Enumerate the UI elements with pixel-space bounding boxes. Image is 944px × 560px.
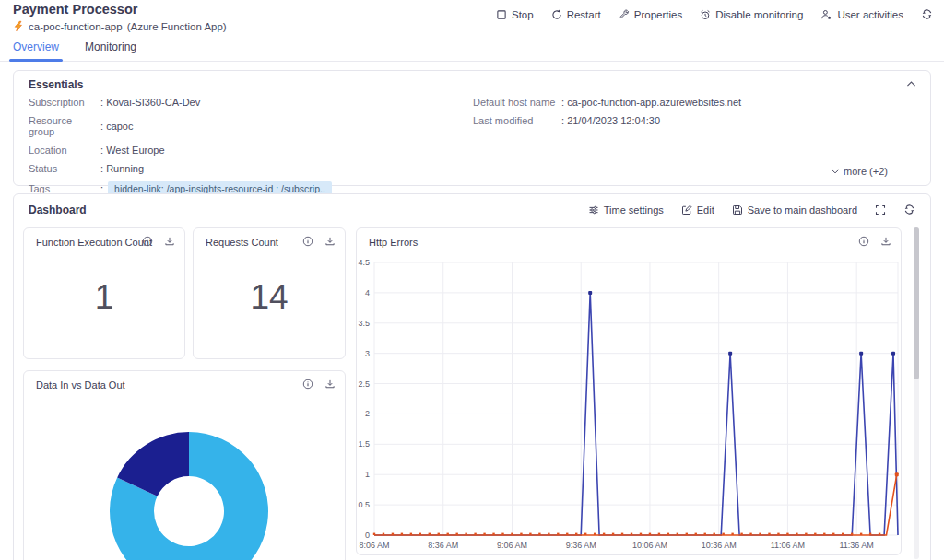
alarm-icon — [700, 9, 711, 20]
fullscreen-icon[interactable] — [875, 204, 886, 216]
field-value: : Running — [100, 163, 144, 174]
field-label: Default host name — [473, 97, 561, 108]
info-icon[interactable] — [302, 236, 313, 247]
data-in-vs-data-out-card: Data In vs Data Out — [23, 370, 346, 560]
svg-text:4: 4 — [365, 288, 370, 298]
sync-icon[interactable] — [903, 204, 915, 216]
edit-button[interactable]: Edit — [681, 204, 714, 216]
time-settings-button[interactable]: Time settings — [588, 204, 664, 216]
properties-label: Properties — [634, 9, 682, 20]
svg-text:1: 1 — [365, 470, 370, 479]
http-errors-chart: 00.511.522.533.544.58:06 AM8:36 AM9:06 A… — [357, 228, 902, 555]
svg-text:10:06 AM: 10:06 AM — [632, 541, 667, 550]
requests-count-card: Requests Count 14 — [193, 228, 346, 359]
metric-value: 14 — [194, 278, 345, 317]
data-in-out-donut-chart — [24, 371, 346, 560]
essentials-row-resource-group: Resource group : capoc — [29, 115, 462, 137]
svg-text:2.5: 2.5 — [358, 379, 370, 389]
svg-text:2: 2 — [365, 409, 370, 418]
essentials-title: Essentials — [29, 78, 83, 91]
function-execution-count-card: Function Execution Count 1 — [23, 228, 185, 359]
field-label: Location — [29, 145, 100, 156]
svg-text:10:36 AM: 10:36 AM — [702, 541, 737, 550]
top-toolbar: Stop Restart Properties Disable monitori… — [496, 8, 933, 20]
svg-text:9:06 AM: 9:06 AM — [497, 541, 527, 550]
function-app-lightning-icon — [13, 20, 24, 32]
card-title: Function Execution Count — [36, 237, 152, 248]
sliders-icon — [588, 204, 599, 216]
sync-icon[interactable] — [921, 8, 933, 20]
stop-label: Stop — [512, 9, 534, 20]
svg-text:11:06 AM: 11:06 AM — [771, 541, 805, 550]
download-icon[interactable] — [324, 236, 336, 247]
svg-text:11:36 AM: 11:36 AM — [839, 541, 873, 550]
field-label: Status — [29, 163, 100, 174]
properties-button[interactable]: Properties — [619, 9, 682, 20]
restart-label: Restart — [567, 9, 601, 20]
disable-monitoring-label: Disable monitoring — [715, 9, 803, 20]
svg-text:4.5: 4.5 — [358, 258, 370, 267]
svg-text:9:36 AM: 9:36 AM — [566, 541, 596, 550]
essentials-row-location: Location : West Europe — [29, 145, 462, 156]
card-title: Requests Count — [206, 237, 278, 248]
essentials-row-status: Status : Running — [29, 163, 462, 174]
svg-text:3: 3 — [365, 349, 370, 358]
http-errors-card: Http Errors 00.511.522.533.544.58:06 AM8… — [356, 228, 902, 555]
dashboard-panel: Dashboard Time settings Edit Save to mai… — [13, 193, 931, 560]
stop-button[interactable]: Stop — [496, 9, 534, 20]
save-icon — [732, 204, 743, 216]
essentials-panel: Essentials Subscription : Kovai-SI360-CA… — [13, 70, 931, 186]
resource-name: ca-poc-function-app — [29, 21, 123, 32]
dashboard-title: Dashboard — [29, 204, 87, 216]
restart-icon — [551, 9, 562, 20]
disable-monitoring-button[interactable]: Disable monitoring — [700, 9, 803, 20]
restart-button[interactable]: Restart — [551, 9, 601, 20]
field-value: : ca-poc-function-app.azurewebsites.net — [561, 97, 741, 108]
user-icon — [820, 9, 832, 20]
tab-bar: Overview Monitoring — [0, 41, 944, 62]
metric-value: 1 — [24, 278, 184, 317]
tab-overview[interactable]: Overview — [13, 41, 59, 61]
time-settings-label: Time settings — [604, 204, 664, 216]
edit-label: Edit — [697, 204, 714, 216]
user-activities-label: User activities — [837, 9, 903, 20]
svg-text:0.5: 0.5 — [358, 500, 370, 509]
field-value: : West Europe — [100, 145, 165, 156]
resource-type: (Azure Function App) — [127, 21, 227, 32]
svg-text:1.5: 1.5 — [358, 439, 370, 449]
svg-text:8:06 AM: 8:06 AM — [359, 541, 389, 550]
svg-text:3.5: 3.5 — [358, 319, 370, 328]
chevron-down-icon — [831, 167, 840, 176]
tab-monitoring[interactable]: Monitoring — [85, 41, 136, 61]
dashboard-scrollbar-thumb[interactable] — [914, 228, 919, 379]
user-activities-button[interactable]: User activities — [820, 9, 903, 20]
edit-icon — [681, 204, 692, 216]
chevron-up-icon[interactable] — [905, 78, 917, 90]
essentials-row-subscription: Subscription : Kovai-SI360-CA-Dev — [29, 97, 462, 108]
download-icon[interactable] — [164, 236, 175, 247]
save-to-main-dashboard-label: Save to main dashboard — [748, 204, 857, 216]
field-label: Last modified — [473, 115, 561, 126]
wrench-icon — [619, 9, 630, 20]
save-to-main-dashboard-button[interactable]: Save to main dashboard — [732, 204, 857, 216]
essentials-row-last-modified: Last modified : 21/04/2023 12:04:30 — [473, 115, 906, 126]
field-value: : capoc — [100, 121, 133, 132]
field-label: Resource group — [29, 115, 100, 137]
svg-text:0: 0 — [365, 531, 370, 540]
field-label: Subscription — [29, 97, 100, 108]
field-value: : 21/04/2023 12:04:30 — [561, 115, 660, 126]
dashboard-toolbar: Time settings Edit Save to main dashboar… — [588, 204, 915, 216]
field-value: : Kovai-SI360-CA-Dev — [100, 97, 200, 108]
svg-text:8:36 AM: 8:36 AM — [428, 541, 458, 550]
page-title: Payment Processor — [13, 2, 137, 17]
resource-subtitle: ca-poc-function-app (Azure Function App) — [13, 20, 227, 32]
essentials-row-host-name: Default host name : ca-poc-function-app.… — [473, 97, 906, 108]
info-icon[interactable] — [142, 236, 153, 247]
stop-icon — [496, 9, 507, 20]
more-link[interactable]: more (+2) — [831, 166, 888, 177]
